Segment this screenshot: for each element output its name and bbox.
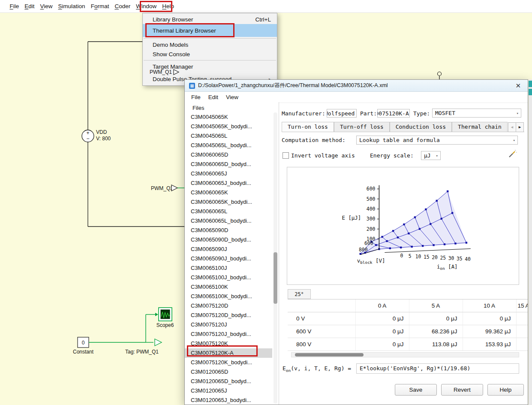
file-list-item[interactable]: C3M0045065L <box>185 131 272 141</box>
schematic-tag-pwm-q1[interactable]: PWM_Q1 <box>150 69 180 76</box>
loss-cell[interactable]: 0 μJ <box>355 338 409 351</box>
close-icon[interactable]: ✕ <box>513 82 523 90</box>
file-list-item[interactable]: C3M0060065L_bodydi... <box>185 216 272 226</box>
tag-pwm-q2[interactable]: PWM_Q2 <box>151 185 177 191</box>
menu-coder[interactable]: Coder <box>112 1 133 11</box>
table-h-scrollbar[interactable] <box>291 352 519 357</box>
file-list-item[interactable]: C3M0060065K_bodydi... <box>185 197 272 207</box>
chevron-down-icon: ▾ <box>436 151 438 160</box>
manufacturer-input[interactable]: Wolfspeed <box>327 109 357 118</box>
menu-format[interactable]: Format <box>88 1 112 11</box>
tab-thermal-chain[interactable]: Thermal chain <box>452 122 508 132</box>
files-scrollbar[interactable] <box>274 112 277 404</box>
table-h-scrollbar-thumb[interactable] <box>295 353 364 357</box>
file-list-item[interactable]: C3M0065090J_bodydi... <box>185 254 272 263</box>
thermal-loss-3d-plot[interactable]: 1002003004005006006008000510152025303540… <box>287 167 519 284</box>
file-list-item[interactable]: C3M0060065J_bodydi... <box>185 178 272 188</box>
svg-text:500: 500 <box>367 196 376 202</box>
file-list-item[interactable]: C3M0060065K <box>185 188 272 197</box>
file-list-item[interactable]: C3M0065100K <box>185 282 272 292</box>
tab-turn-on-loss[interactable]: Turn-on loss <box>282 122 334 132</box>
svg-text:800: 800 <box>359 247 368 253</box>
main-window-scrollbar[interactable] <box>529 79 532 405</box>
loss-cell[interactable]: 2 <box>516 338 528 351</box>
menu-file[interactable]: File <box>7 1 22 11</box>
invert-voltage-axis-checkbox[interactable] <box>283 152 289 159</box>
dialog-titlebar[interactable]: ▦ D:/SolaxPower/1_zhangchunxu/器件/Cree/Th… <box>185 80 528 92</box>
computation-method-select[interactable]: Lookup table and formula ▾ <box>356 136 518 145</box>
file-list-item[interactable]: C3M0120065D <box>185 367 272 377</box>
loss-cell[interactable]: 153.93 μJ <box>463 338 516 351</box>
scope-block[interactable]: Scope6 <box>156 308 174 328</box>
dialog-menu-view[interactable]: View <box>222 94 242 100</box>
fit-wand-icon[interactable] <box>508 149 517 159</box>
files-scrollbar-thumb[interactable] <box>274 252 277 304</box>
loss-cell[interactable]: 99.362 μJ <box>463 325 516 338</box>
file-list-item[interactable]: C3M0075120D <box>185 301 272 311</box>
loss-corner <box>288 299 355 312</box>
file-list-item[interactable]: C3M0060065D_bodyd... <box>185 160 272 169</box>
loss-plot-box: 1002003004005006006008000510152025303540… <box>287 167 519 285</box>
tab-scroll-next-icon[interactable]: ▶ <box>516 122 524 132</box>
loss-cell[interactable]: 113.08 μJ <box>409 338 463 351</box>
file-list-item[interactable]: C3M0060065J <box>185 169 272 178</box>
loss-cell[interactable]: 12 <box>516 325 528 338</box>
formula-input[interactable]: E*lookup('EonVsRg', Rg)*(1/19.68) <box>356 363 519 374</box>
dialog-menu-file[interactable]: File <box>187 94 204 100</box>
menu-view[interactable]: View <box>37 1 55 11</box>
help-button[interactable]: Help <box>487 384 524 396</box>
loss-cell[interactable]: 0 μJ <box>463 312 516 325</box>
file-list-item[interactable]: C3M0065100J_bodydi... <box>185 273 272 282</box>
file-list-item[interactable]: C3M0065090D_bodyd... <box>185 235 272 245</box>
voltage-source[interactable]: + − VDD V: 800 <box>82 129 111 142</box>
type-select[interactable]: MOSFET ▾ <box>432 109 521 118</box>
file-list-item[interactable]: C3M0075120K_bodydi... <box>185 358 272 367</box>
file-list-item[interactable]: C3M0065100J <box>185 263 272 273</box>
file-list-item[interactable]: C3M0120065D_bodyd... <box>185 377 272 386</box>
part-input[interactable]: C3M0075120K-A <box>377 109 410 118</box>
file-list-item[interactable]: C3M0120065J <box>185 386 272 396</box>
menu-item-label: Show Console <box>153 51 190 57</box>
scroll-mark <box>529 81 532 87</box>
file-list-item[interactable]: C3M0075120J_bodydi... <box>185 329 272 339</box>
file-list-item[interactable]: C3M0060065D <box>185 150 272 160</box>
loss-cell[interactable]: 0 μJ <box>355 312 409 325</box>
menu-item-library-browser[interactable]: Library BrowserCtrl+L <box>143 15 277 24</box>
loss-cell[interactable]: 0 μJ <box>355 325 409 338</box>
menu-edit[interactable]: Edit <box>22 1 37 11</box>
file-list-item[interactable]: C3M0075120J <box>185 320 272 329</box>
dialog-menu-edit[interactable]: Edit <box>204 94 222 100</box>
menu-item-show-console[interactable]: Show Console <box>143 49 277 59</box>
tag-goto-pwm-q1[interactable]: Tag: PWM_Q1 <box>125 339 162 355</box>
file-list-item[interactable]: C3M0065090J <box>185 245 272 254</box>
file-list-item[interactable]: C3M0045065K_bodydi... <box>185 122 272 131</box>
loss-cell[interactable] <box>516 312 528 325</box>
revert-button[interactable]: Revert <box>441 384 483 396</box>
file-list-item[interactable]: C3M0045065K <box>185 112 272 122</box>
tab-turn-off-loss[interactable]: Turn-off loss <box>334 122 390 132</box>
loss-cell[interactable]: 68.236 μJ <box>409 325 463 338</box>
file-list: C3M0045065KC3M0045065K_bodydi...C3M00450… <box>185 112 272 405</box>
save-button[interactable]: Save <box>395 384 437 396</box>
menu-item-demo-models[interactable]: Demo Models <box>143 40 277 49</box>
file-list-item[interactable]: C3M0065100K_bodydi... <box>185 292 272 301</box>
constant-block[interactable]: 0 Constant <box>73 337 94 355</box>
svg-text:0: 0 <box>400 253 403 259</box>
temperature-tab[interactable]: 25° <box>288 289 311 299</box>
type-label: Type: <box>413 110 430 117</box>
energy-scale-select[interactable]: μJ ▾ <box>421 151 441 160</box>
menu-item-label: Demo Models <box>153 42 188 48</box>
file-list-item[interactable]: C3M0060065L <box>185 207 272 216</box>
file-list-item[interactable]: C3M0120065J_bodydi... <box>185 396 272 405</box>
tab-scroll-prev-icon[interactable]: ◀ <box>508 122 516 132</box>
file-list-item[interactable]: C3M0065090D <box>185 226 272 235</box>
scroll-mark <box>529 89 532 95</box>
file-list-item[interactable]: C3M0045065L_bodydi... <box>185 141 272 150</box>
file-list-item[interactable]: C3M0075120D_bodyd... <box>185 311 272 320</box>
tab-conduction-loss[interactable]: Conduction loss <box>390 122 452 132</box>
pwm-q2-label: PWM_Q2 <box>151 185 173 191</box>
menu-simulation[interactable]: Simulation <box>55 1 88 11</box>
vdd-value: V: 800 <box>96 136 111 142</box>
loss-col-header: 10 A <box>463 299 516 312</box>
loss-cell[interactable]: 0 μJ <box>409 312 463 325</box>
